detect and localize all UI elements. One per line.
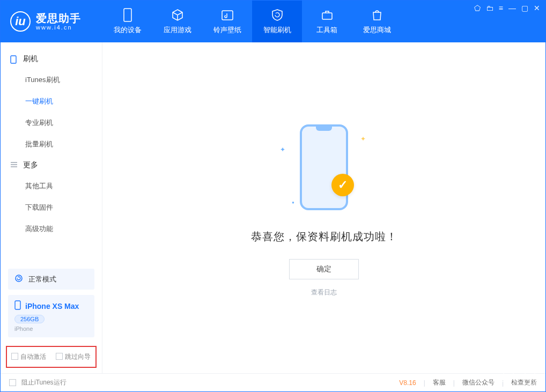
sidebar-item-other-tools[interactable]: 其他工具 — [1, 175, 102, 197]
storage-badge: 256GB — [14, 315, 45, 323]
nav-label: 应用游戏 — [164, 25, 191, 35]
tshirt-icon[interactable]: ⬠ — [474, 4, 481, 12]
device-type: iPhone — [14, 326, 88, 332]
sidebar-group-more: 更多 — [1, 155, 102, 175]
refresh-icon — [14, 274, 23, 284]
nav-flash[interactable]: 智能刷机 — [252, 1, 302, 42]
group-title: 刷机 — [23, 54, 38, 64]
auto-activate-checkbox[interactable]: 自动激活 — [11, 352, 46, 361]
minimize-button[interactable]: ― — [508, 4, 516, 12]
download-icon[interactable] — [501, 371, 515, 385]
success-illustration: ✦ ✦ ● ✓ — [270, 119, 378, 216]
svg-rect-2 — [322, 13, 332, 19]
logo-icon: iu — [10, 11, 31, 32]
device-info[interactable]: iPhone XS Max 256GB iPhone — [8, 295, 94, 337]
nav-label: 铃声壁纸 — [213, 25, 241, 35]
footer-kefu-link[interactable]: 客服 — [433, 378, 446, 387]
header-right — [501, 371, 537, 385]
check-badge-icon: ✓ — [331, 174, 354, 196]
nav-apps[interactable]: 应用游戏 — [152, 1, 202, 42]
sidebar-item-download-fw[interactable]: 下载固件 — [1, 197, 102, 218]
close-button[interactable]: ✕ — [534, 4, 540, 12]
maximize-button[interactable]: ▢ — [521, 4, 528, 12]
nav-shop[interactable]: 爱思商城 — [352, 1, 402, 42]
sparkle-icon: ✦ — [360, 135, 366, 143]
lock-icon[interactable]: 🗀 — [486, 4, 493, 12]
logo-text: 爱思助手 www.i4.cn — [36, 12, 81, 31]
list-icon — [10, 161, 18, 169]
phone-illustration-icon — [300, 124, 348, 210]
toolbox-icon — [320, 8, 334, 22]
header: iu 爱思助手 www.i4.cn 我的设备 应用游戏 铃声壁纸 智能刷机 — [1, 1, 545, 42]
sidebar-item-oneclick-flash[interactable]: 一键刷机 — [1, 91, 102, 112]
sidebar-item-itunes-flash[interactable]: iTunes刷机 — [1, 69, 102, 91]
cube-icon — [171, 8, 185, 22]
svg-rect-6 — [15, 301, 20, 309]
device-name: iPhone XS Max — [25, 302, 79, 310]
group-title: 更多 — [23, 160, 38, 170]
highlighted-options: 自动激活 跳过向导 — [6, 346, 97, 368]
sidebar-item-advanced[interactable]: 高级功能 — [1, 218, 102, 240]
nav-label: 爱思商城 — [363, 25, 391, 35]
app-window: iu 爱思助手 www.i4.cn 我的设备 应用游戏 铃声壁纸 智能刷机 — [0, 0, 546, 392]
footer-wechat-link[interactable]: 微信公众号 — [462, 378, 495, 387]
app-name: 爱思助手 — [36, 12, 81, 24]
nav-label: 工具箱 — [316, 25, 337, 35]
success-message: 恭喜您，保资料刷机成功啦！ — [251, 230, 397, 244]
svg-point-3 — [529, 376, 532, 379]
device-mode[interactable]: 正常模式 — [8, 269, 94, 290]
device-small-icon — [10, 55, 18, 63]
music-folder-icon — [220, 8, 234, 22]
mode-label: 正常模式 — [28, 275, 56, 284]
sidebar: 刷机 iTunes刷机 一键刷机 专业刷机 批量刷机 更多 其他工具 下载固件 … — [1, 42, 102, 373]
version-label: V8.16 — [399, 379, 416, 387]
skip-wizard-checkbox[interactable]: 跳过向导 — [56, 352, 91, 361]
nav-label: 智能刷机 — [263, 25, 291, 35]
nav-label: 我的设备 — [114, 25, 142, 35]
nav-ringtone[interactable]: 铃声壁纸 — [202, 1, 252, 42]
svg-rect-4 — [11, 56, 16, 63]
device-box: 正常模式 iPhone XS Max 256GB iPhone — [8, 269, 94, 337]
footer: 阻止iTunes运行 V8.16 | 客服 | 微信公众号 | 检查更新 — [1, 373, 545, 391]
top-nav: 我的设备 应用游戏 铃声壁纸 智能刷机 工具箱 爱思商城 — [102, 1, 402, 42]
menu-icon[interactable]: ≡ — [499, 4, 503, 12]
app-url: www.i4.cn — [36, 24, 81, 31]
logo-area: iu 爱思助手 www.i4.cn — [1, 1, 102, 42]
user-icon[interactable] — [523, 371, 537, 385]
window-controls: ⬠ 🗀 ≡ ― ▢ ✕ — [474, 4, 540, 12]
shop-bag-icon — [370, 8, 384, 22]
phone-icon — [121, 8, 135, 22]
ok-button[interactable]: 确定 — [289, 259, 359, 279]
body: 刷机 iTunes刷机 一键刷机 专业刷机 批量刷机 更多 其他工具 下载固件 … — [1, 42, 545, 373]
shield-refresh-icon — [270, 8, 284, 22]
nav-my-device[interactable]: 我的设备 — [102, 1, 152, 42]
svg-point-5 — [16, 275, 22, 282]
phone-small-icon — [14, 300, 21, 312]
sidebar-group-flash: 刷机 — [1, 49, 102, 69]
svg-rect-0 — [124, 9, 131, 21]
sparkle-icon: ✦ — [280, 146, 285, 153]
view-log-link[interactable]: 查看日志 — [311, 288, 337, 297]
sidebar-item-pro-flash[interactable]: 专业刷机 — [1, 112, 102, 134]
nav-toolbox[interactable]: 工具箱 — [302, 1, 352, 42]
main-content: ✦ ✦ ● ✓ 恭喜您，保资料刷机成功啦！ 确定 查看日志 — [102, 42, 545, 373]
svg-rect-1 — [222, 11, 233, 20]
block-itunes-checkbox[interactable]: 阻止iTunes运行 — [9, 378, 67, 387]
sidebar-item-batch-flash[interactable]: 批量刷机 — [1, 134, 102, 155]
dot-icon: ● — [292, 200, 294, 205]
